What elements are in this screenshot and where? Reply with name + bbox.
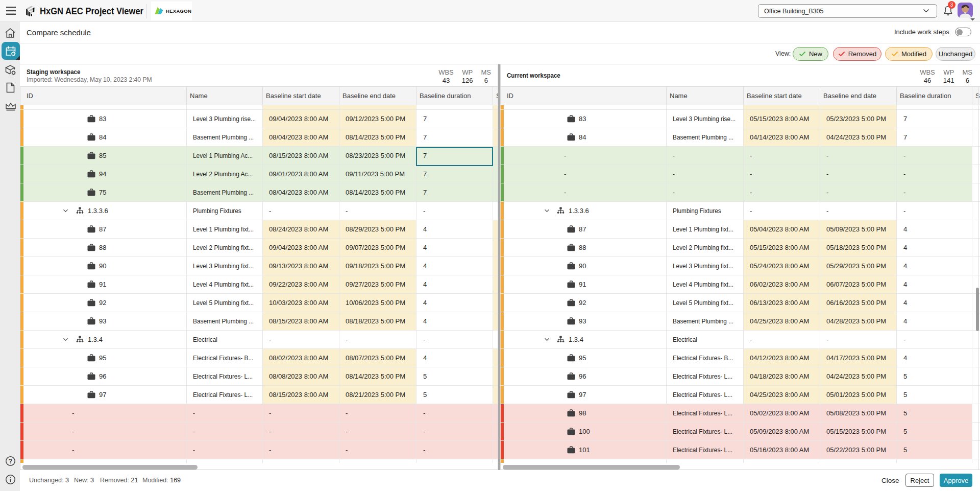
svg-text:?: ? xyxy=(9,458,12,465)
